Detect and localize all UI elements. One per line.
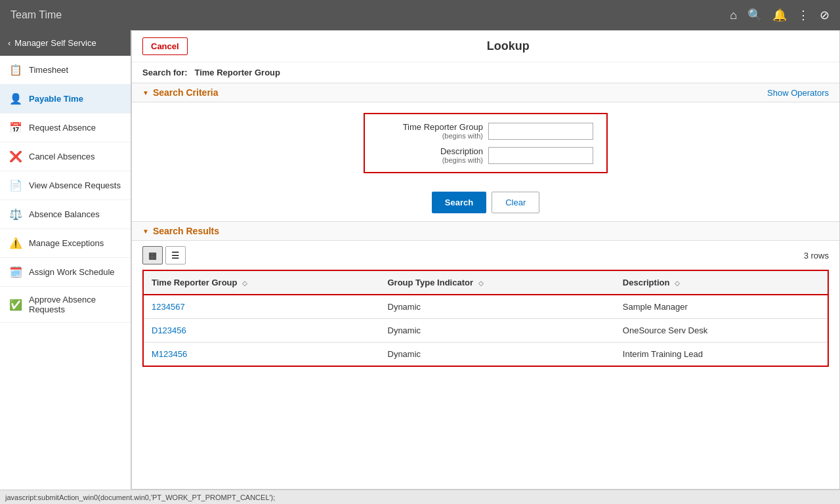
rows-count: 3 rows [804,251,829,261]
manage-exceptions-icon: ⚠️ [9,237,22,249]
description-row: Description (begins with) [378,146,593,164]
results-table: Time Reporter Group ◇ Group Type Indicat… [142,270,829,367]
sidebar-item-label: Manage Exceptions [29,238,104,248]
payable-time-icon: 👤 [9,93,22,105]
sidebar: ‹ Manager Self Service 📋 Timesheet 👤 Pay… [0,30,131,490]
description-label: Description (begins with) [378,146,483,164]
sidebar-item-payable-time[interactable]: 👤 Payable Time [0,85,131,114]
table-header-row: Time Reporter Group ◇ Group Type Indicat… [143,270,828,295]
top-bar-title: Team Time [10,9,62,21]
cell-group-type-indicator: Dynamic [380,319,615,343]
sidebar-item-label: Request Absence [29,123,96,133]
search-for-prefix: Search for: [142,68,188,77]
search-for-value: Time Reporter Group [194,68,280,77]
time-reporter-group-row: Time Reporter Group (begins with) [378,122,593,140]
timesheet-icon: 📋 [9,64,22,76]
results-title-label: Search Results [153,226,219,236]
sidebar-item-absence-balances[interactable]: ⚖️ Absence Balances [0,200,131,229]
sidebar-item-label: View Absence Requests [29,180,121,190]
sidebar-back-button[interactable]: ‹ Manager Self Service [0,30,131,56]
sidebar-item-view-absence-requests[interactable]: 📄 View Absence Requests [0,171,131,200]
search-for-line: Search for: Time Reporter Group [132,62,839,83]
criteria-box: Time Reporter Group (begins with) Descri… [364,113,608,173]
assign-work-schedule-icon: 🗓️ [9,266,22,278]
content-area: Cancel Lookup Search for: Time Reporter … [131,30,840,490]
sidebar-item-label: Absence Balances [29,209,100,219]
sidebar-item-cancel-absences[interactable]: ❌ Cancel Absences [0,142,131,171]
request-absence-icon: 📅 [9,121,22,134]
show-operators-link[interactable]: Show Operators [767,88,829,98]
cancel-absences-icon: ❌ [9,150,22,163]
block-icon[interactable]: ⊘ [820,8,830,22]
sidebar-item-label: Payable Time [29,94,83,104]
sort-icon-3[interactable]: ◇ [675,280,680,287]
cell-description: Sample Manager [615,295,828,319]
buttons-row: Search Clear [132,184,839,221]
search-criteria-body: Time Reporter Group (begins with) Descri… [132,102,839,184]
approve-absence-requests-icon: ✅ [9,299,22,311]
search-criteria-title: ▼ Search Criteria [142,87,219,98]
results-title: ▼ Search Results [142,226,219,236]
more-icon[interactable]: ⋮ [797,8,809,22]
search-results-section: ▼ Search Results ▦ ☰ 3 rows [132,221,839,377]
triangle-icon: ▼ [142,89,149,96]
search-criteria-label: Search Criteria [153,87,219,98]
cell-group-type-indicator: Dynamic [380,343,615,367]
sidebar-item-request-absence[interactable]: 📅 Request Absence [0,114,131,142]
table-row: D123456DynamicOneSource Serv Desk [143,319,828,343]
cell-group-type-indicator: Dynamic [380,295,615,319]
table-row: M123456DynamicInterim Training Lead [143,343,828,367]
status-text: javascript:submitAction_win0(document.wi… [5,494,275,501]
sidebar-item-label: Approve Absence Requests [29,295,121,314]
cell-time-reporter-group[interactable]: M123456 [143,343,380,367]
cell-time-reporter-group[interactable]: 1234567 [143,295,380,319]
sidebar-item-timesheet[interactable]: 📋 Timesheet [0,56,131,85]
search-icon[interactable]: 🔍 [747,8,762,22]
cell-description: Interim Training Lead [615,343,828,367]
sidebar-item-manage-exceptions[interactable]: ⚠️ Manage Exceptions [0,229,131,258]
home-icon[interactable]: ⌂ [730,9,737,22]
grid-view-button[interactable]: ▦ [142,246,163,264]
clear-button[interactable]: Clear [492,192,539,213]
view-toggle-buttons: ▦ ☰ [142,246,186,264]
sidebar-back-label: Manager Self Service [14,38,96,48]
cell-description: OneSource Serv Desk [615,319,828,343]
status-bar: javascript:submitAction_win0(document.wi… [0,490,840,504]
dialog-header: Cancel Lookup [132,31,839,62]
sidebar-item-approve-absence-requests[interactable]: ✅ Approve Absence Requests [0,287,131,323]
sort-icon-1[interactable]: ◇ [242,280,247,287]
sidebar-item-label: Cancel Absences [29,152,94,161]
lookup-dialog: Cancel Lookup Search for: Time Reporter … [131,30,840,490]
results-triangle-icon: ▼ [142,228,149,235]
list-view-button[interactable]: ☰ [165,246,186,264]
back-chevron-icon: ‹ [8,38,10,48]
view-absence-requests-icon: 📄 [9,179,22,192]
cancel-button[interactable]: Cancel [142,37,188,55]
absence-balances-icon: ⚖️ [9,208,22,220]
view-toggle-row: ▦ ☰ 3 rows [132,241,839,270]
dialog-title: Lookup [188,39,829,53]
search-criteria-section-header: ▼ Search Criteria Show Operators [132,83,839,102]
top-bar-icons: ⌂ 🔍 🔔 ⋮ ⊘ [730,8,830,22]
sidebar-item-label: Timesheet [29,65,68,75]
main-layout: ‹ Manager Self Service 📋 Timesheet 👤 Pay… [0,30,840,490]
time-reporter-group-label: Time Reporter Group (begins with) [378,122,483,140]
cell-time-reporter-group[interactable]: D123456 [143,319,380,343]
results-section-header: ▼ Search Results [132,221,839,241]
col-header-description: Description ◇ [615,270,828,295]
search-button[interactable]: Search [432,192,486,213]
sidebar-item-label: Assign Work Schedule [29,267,115,277]
col-header-group-type-indicator: Group Type Indicator ◇ [380,270,615,295]
sort-icon-2[interactable]: ◇ [478,280,484,287]
col-header-time-reporter-group: Time Reporter Group ◇ [143,270,380,295]
description-input[interactable] [488,147,593,164]
bell-icon[interactable]: 🔔 [772,8,787,22]
top-bar: Team Time ⌂ 🔍 🔔 ⋮ ⊘ [0,0,840,30]
table-row: 1234567DynamicSample Manager [143,295,828,319]
results-table-wrapper: Time Reporter Group ◇ Group Type Indicat… [132,270,839,377]
sidebar-item-assign-work-schedule[interactable]: 🗓️ Assign Work Schedule [0,258,131,287]
time-reporter-group-input[interactable] [488,123,593,140]
